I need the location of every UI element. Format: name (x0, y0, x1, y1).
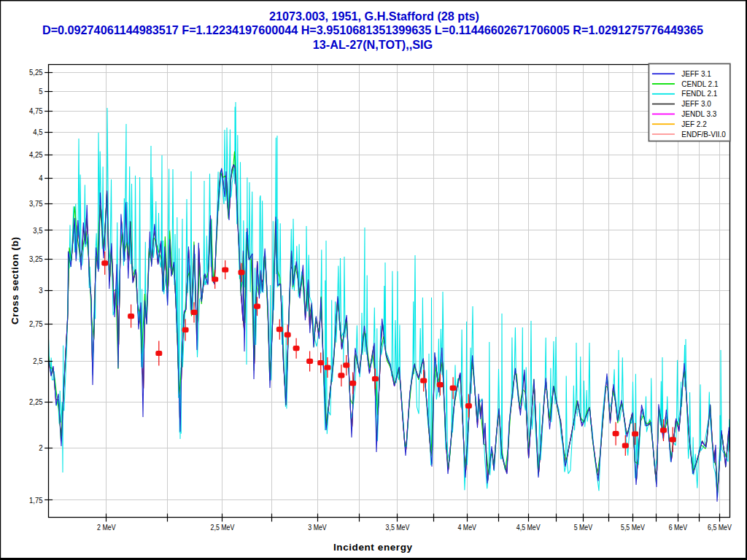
svg-text:4,75: 4,75 (29, 107, 43, 115)
svg-text:4,25: 4,25 (29, 151, 43, 159)
svg-text:13-AL-27(N,TOT),,SIG: 13-AL-27(N,TOT),,SIG (313, 38, 433, 51)
svg-text:2,5: 2,5 (33, 357, 43, 365)
svg-text:Incident energy: Incident energy (333, 542, 412, 553)
svg-text:3,5 MeV: 3,5 MeV (386, 524, 410, 532)
svg-text:FENDL 2.1: FENDL 2.1 (681, 90, 718, 98)
svg-text:2: 2 (39, 444, 43, 452)
svg-text:2,25: 2,25 (29, 398, 43, 406)
svg-text:2,5 MeV: 2,5 MeV (211, 524, 235, 532)
svg-text:CENDL 2.1: CENDL 2.1 (681, 80, 719, 88)
svg-text:Cross section (b): Cross section (b) (9, 237, 20, 324)
svg-text:4,5: 4,5 (33, 128, 43, 136)
svg-text:3,25: 3,25 (29, 255, 43, 263)
svg-text:JEFF 3.1: JEFF 3.1 (681, 70, 711, 78)
svg-text:5 MeV: 5 MeV (574, 524, 593, 532)
svg-text:6,5 MeV: 6,5 MeV (708, 524, 732, 532)
svg-text:JENDL 3.3: JENDL 3.3 (681, 110, 716, 118)
svg-text:JEF 2.2: JEF 2.2 (681, 120, 707, 128)
svg-text:6 MeV: 6 MeV (669, 524, 688, 532)
svg-text:ENDF/B-VII.0: ENDF/B-VII.0 (681, 131, 726, 139)
svg-text:JEFF 3.0: JEFF 3.0 (681, 100, 711, 108)
svg-text:4: 4 (39, 174, 43, 182)
svg-text:3: 3 (39, 287, 43, 295)
svg-text:5,5 MeV: 5,5 MeV (621, 524, 645, 532)
svg-text:4 MeV: 4 MeV (458, 524, 477, 532)
svg-text:5: 5 (39, 88, 43, 96)
svg-text:1,75: 1,75 (29, 497, 43, 505)
svg-text:3 MeV: 3 MeV (308, 524, 327, 532)
svg-text:21073.003, 1951, G.H.Stafford: 21073.003, 1951, G.H.Stafford (28 pts) (269, 9, 479, 23)
svg-text:5,25: 5,25 (29, 69, 43, 77)
svg-text:2 MeV: 2 MeV (97, 524, 116, 532)
svg-text:4,5 MeV: 4,5 MeV (516, 524, 541, 532)
svg-text:D=0.09274061144983517 F=1.1223: D=0.09274061144983517 F=1.12234197600044… (42, 23, 703, 36)
svg-text:3,75: 3,75 (29, 200, 43, 208)
svg-text:2,75: 2,75 (29, 320, 43, 328)
svg-text:3,5: 3,5 (33, 227, 43, 235)
